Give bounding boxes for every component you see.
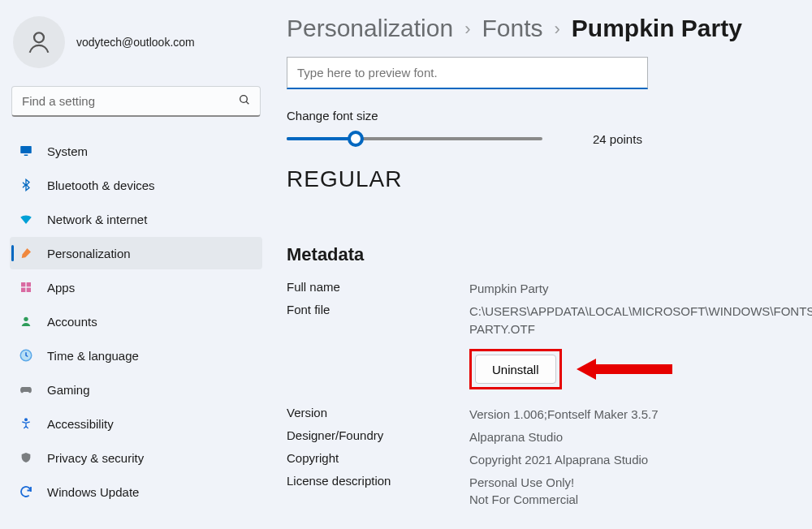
page-title: Pumpkin Party: [572, 15, 742, 42]
sidebar-item-label: Gaming: [47, 383, 90, 397]
slider-fill: [287, 137, 356, 140]
sidebar-item-label: Accessibility: [47, 417, 114, 431]
metadata-grid: Full name Pumpkin Party Font file C:\USE…: [287, 280, 797, 509]
metadata-heading: Metadata: [287, 244, 797, 265]
annotation-arrow-icon: [577, 357, 674, 381]
sidebar-item-label: Bluetooth & devices: [47, 178, 155, 192]
clock-globe-icon: [18, 347, 34, 363]
sidebar-item-network[interactable]: Network & internet: [10, 203, 262, 235]
font-size-row: 24 points: [287, 131, 797, 147]
svg-point-11: [25, 419, 28, 421]
font-size-label: Change font size: [287, 109, 797, 123]
sidebar-item-label: Windows Update: [47, 485, 139, 499]
sidebar-item-label: Apps: [47, 281, 75, 295]
meta-version-label: Version: [287, 406, 469, 424]
meta-copyright-label: Copyright: [287, 451, 469, 469]
svg-rect-3: [20, 146, 32, 153]
uninstall-button[interactable]: Uninstall: [475, 355, 556, 384]
meta-license-label: License description: [287, 474, 469, 510]
svg-rect-4: [24, 155, 28, 157]
sidebar-item-label: Network & internet: [47, 213, 147, 226]
svg-line-2: [246, 101, 248, 104]
font-style-preview: REGULAR: [287, 166, 797, 192]
wifi-icon: [18, 211, 34, 227]
search-wrap: [11, 86, 261, 117]
svg-rect-6: [27, 282, 31, 286]
chevron-right-icon: ›: [464, 19, 470, 40]
meta-version-value: Version 1.006;Fontself Maker 3.5.7: [469, 406, 812, 424]
breadcrumb: Personalization › Fonts › Pumpkin Party: [287, 15, 797, 42]
slider-thumb[interactable]: [348, 131, 364, 147]
gamepad-icon: [18, 381, 34, 398]
sidebar-item-bluetooth[interactable]: Bluetooth & devices: [10, 169, 262, 201]
sidebar-item-personalization[interactable]: Personalization: [10, 237, 262, 269]
breadcrumb-fonts[interactable]: Fonts: [482, 15, 542, 42]
avatar: [13, 16, 65, 68]
meta-designer-value: Alpaprana Studio: [469, 428, 812, 446]
shield-icon: [18, 449, 34, 466]
user-email: vodytech@outlook.com: [76, 36, 195, 49]
search-icon: [238, 93, 251, 110]
svg-rect-8: [27, 288, 31, 292]
meta-fontfile-value: C:\USERS\APPDATA\LOCAL\MICROSOFT\WINDOWS…: [469, 303, 812, 338]
svg-rect-5: [21, 282, 25, 286]
svg-point-9: [24, 317, 28, 321]
person-icon: [25, 28, 53, 56]
sidebar-item-update[interactable]: Windows Update: [10, 475, 262, 508]
sidebar-item-label: Accounts: [47, 315, 97, 329]
main-content: Personalization › Fonts › Pumpkin Party …: [272, 0, 812, 529]
search-input[interactable]: [11, 86, 261, 117]
svg-rect-7: [21, 288, 25, 292]
breadcrumb-personalization[interactable]: Personalization: [287, 15, 453, 42]
meta-fullname-label: Full name: [287, 280, 469, 298]
svg-point-0: [34, 32, 44, 42]
sidebar-item-label: Personalization: [47, 247, 131, 260]
user-profile[interactable]: vodytech@outlook.com: [10, 15, 262, 83]
sidebar-item-accounts[interactable]: Accounts: [10, 305, 262, 338]
update-icon: [18, 484, 34, 500]
sidebar-item-label: Privacy & security: [47, 451, 144, 465]
sidebar: vodytech@outlook.com System Bluetooth & …: [0, 0, 272, 529]
person-icon: [18, 313, 34, 329]
meta-copyright-value: Copyright 2021 Alpaprana Studio: [469, 451, 812, 469]
monitor-icon: [18, 143, 34, 159]
svg-point-1: [240, 96, 248, 103]
nav: System Bluetooth & devices Network & int…: [10, 135, 262, 508]
sidebar-item-privacy[interactable]: Privacy & security: [10, 441, 262, 474]
sidebar-item-apps[interactable]: Apps: [10, 271, 262, 303]
sidebar-item-label: System: [47, 144, 88, 158]
sidebar-item-accessibility[interactable]: Accessibility: [10, 407, 262, 440]
chevron-right-icon: ›: [554, 19, 559, 40]
apps-icon: [18, 279, 34, 295]
meta-license-value: Personal Use Only! Not For Commercial: [469, 474, 812, 510]
sidebar-item-system[interactable]: System: [10, 135, 262, 167]
sidebar-item-gaming[interactable]: Gaming: [10, 373, 262, 406]
meta-designer-label: Designer/Foundry: [287, 428, 469, 446]
annotation-highlight: Uninstall: [469, 349, 562, 389]
accessibility-icon: [18, 415, 34, 432]
sidebar-item-time[interactable]: Time & language: [10, 339, 262, 372]
font-size-value: 24 points: [593, 132, 642, 146]
paintbrush-icon: [18, 245, 34, 261]
meta-fontfile-label: Font file: [287, 303, 469, 338]
svg-marker-12: [577, 359, 672, 380]
font-size-slider[interactable]: [287, 131, 542, 147]
bluetooth-icon: [18, 177, 34, 193]
meta-fullname-value: Pumpkin Party: [469, 280, 812, 298]
sidebar-item-label: Time & language: [47, 349, 139, 363]
font-preview-input[interactable]: [287, 57, 648, 89]
uninstall-row: Uninstall: [469, 349, 812, 389]
